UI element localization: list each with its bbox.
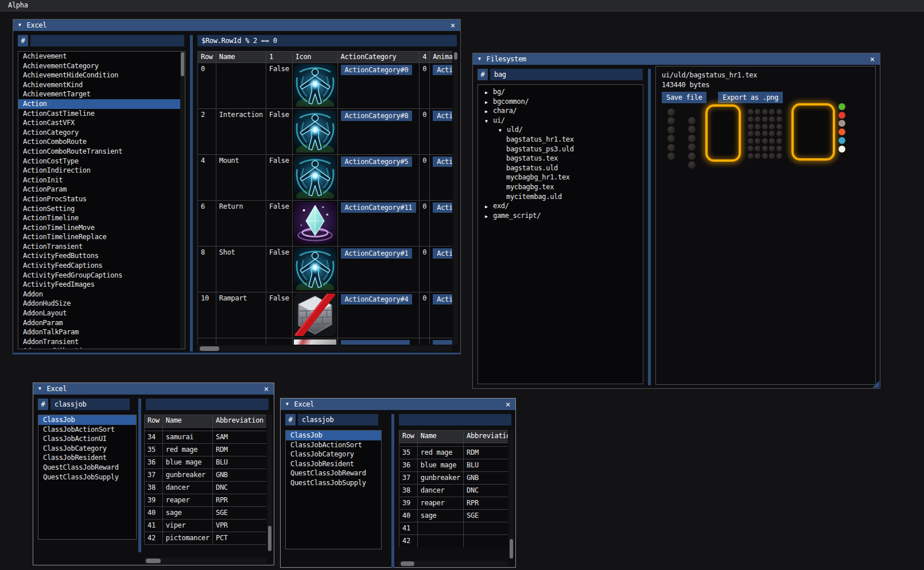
table-horizontal-scrollbar[interactable] — [399, 561, 508, 567]
row-id-toggle-button[interactable]: # — [18, 35, 28, 46]
table-row[interactable]: 34samuraiSAM — [145, 431, 267, 444]
sheet-list-item[interactable]: ClassJob — [286, 431, 381, 440]
sheet-search-input[interactable]: classjob — [298, 414, 378, 425]
sheet-list-item[interactable]: ActionTransient — [18, 242, 185, 252]
path-id-toggle-button[interactable]: # — [477, 69, 488, 80]
pane-splitter[interactable] — [190, 35, 193, 352]
row-filter-input[interactable]: $Row.RowId % 2 == 0 — [197, 35, 457, 46]
table-horizontal-scrollbar[interactable] — [144, 558, 266, 564]
titlebar[interactable]: ▼ Excel × — [33, 383, 274, 395]
close-icon[interactable]: × — [264, 384, 269, 394]
sheet-list-item[interactable]: AddonHudSize — [18, 299, 185, 309]
table-row[interactable]: 36blue mageBLU — [399, 459, 508, 472]
sheet-list-item[interactable]: AddonParam — [18, 318, 185, 328]
animation-link-button[interactable]: Action — [433, 294, 452, 304]
table-row[interactable]: 0FalseActionCategory#00Action — [198, 63, 453, 109]
table-row[interactable]: 35red mageRDM — [399, 447, 508, 459]
table-row[interactable]: 40sageSGE — [145, 507, 267, 520]
sheet-list-item[interactable]: ActionTimelineMove — [18, 223, 185, 233]
sheet-list-item[interactable]: QuestClassJobSupply — [286, 478, 381, 488]
sheet-list-item[interactable]: ClassJobCategory — [286, 450, 381, 459]
tree-file-item[interactable]: bagstatus_hr1.tex — [478, 135, 643, 145]
table-row[interactable]: 39reaperRPR — [399, 497, 508, 510]
sheet-list-item[interactable]: ActivityFeedGroupCaptions — [18, 271, 185, 280]
sheet-list-item[interactable]: AddonLayout — [18, 309, 185, 318]
tree-folder-item[interactable]: ▶exd/ — [478, 201, 643, 211]
titlebar[interactable]: ▼ Excel × — [13, 19, 460, 31]
sheet-list-item[interactable]: ClassJob — [38, 415, 136, 425]
tree-folder-item[interactable]: ▼ui/ — [478, 116, 643, 126]
sheet-list-item[interactable]: ActionSetting — [18, 204, 185, 214]
sheet-list-item[interactable]: AdvancedVibration — [18, 346, 185, 349]
column-header[interactable]: Abbreviation — [212, 415, 266, 428]
column-header[interactable]: Row — [145, 415, 163, 428]
table-row[interactable]: 4MountFalseActionCategory#50Action — [198, 155, 453, 201]
sheet-list-item[interactable]: ClassJobResident — [38, 453, 136, 463]
table-row[interactable]: 40sageSGE — [399, 510, 508, 522]
sheet-list-item[interactable]: ClassJobActionUI — [38, 434, 136, 444]
row-id-toggle-button[interactable]: # — [285, 414, 296, 425]
resize-grip[interactable] — [872, 381, 879, 388]
sheet-list-item[interactable]: ActivityFeedCaptions — [18, 261, 185, 271]
table-row[interactable]: 37gunbreakerGNB — [399, 472, 508, 485]
sheet-list-item[interactable]: ActivityFeedButtons — [18, 251, 185, 261]
tree-file-item[interactable]: mycbagbg.tex — [478, 182, 643, 192]
sheet-list-item[interactable]: AddonTransient — [18, 337, 185, 347]
column-header[interactable]: Name — [162, 415, 212, 428]
table-row[interactable]: 42 — [399, 535, 508, 548]
titlebar[interactable]: ▼ Excel × — [281, 399, 515, 410]
sheet-list-item[interactable]: ClassJobCategory — [38, 444, 136, 454]
action-category-link-button[interactable]: ActionCategory#1 — [341, 248, 413, 259]
sheet-list-item[interactable]: ActionCastVFX — [18, 118, 185, 128]
file-search-input[interactable]: bag — [490, 69, 643, 80]
sheet-list-item[interactable]: ActionProcStatus — [18, 194, 185, 204]
tree-folder-item[interactable]: ▶game_script/ — [478, 211, 643, 221]
table-vertical-scrollbar[interactable] — [453, 51, 458, 345]
export-png-button[interactable]: Export as .png — [718, 92, 783, 103]
chevron-expanded-icon[interactable]: ▼ — [499, 126, 507, 136]
sheet-list-item[interactable]: ActionTimeline — [18, 213, 185, 223]
column-header[interactable]: ActionCategory — [337, 52, 420, 63]
close-icon[interactable]: × — [451, 20, 455, 30]
table-row[interactable]: 2InteractionFalseActionCategory#80Action — [198, 109, 453, 155]
table-row[interactable]: 38dancerDNC — [145, 482, 267, 494]
table-row[interactable]: 37gunbreakerGNB — [145, 469, 267, 482]
sheet-list-item[interactable]: ActionIndirection — [18, 166, 185, 175]
column-header[interactable]: 1 — [266, 52, 292, 63]
table-row[interactable]: 36blue mageBLU — [145, 456, 267, 469]
sheet-list-item[interactable]: ActionCostType — [18, 157, 185, 166]
table-row[interactable]: 39reaperRPR — [145, 494, 267, 507]
tree-folder-item[interactable]: ▼uld/ — [478, 125, 643, 135]
sheet-list-item[interactable]: AchievementKind — [18, 80, 185, 90]
tree-folder-item[interactable]: ▶bgcommon/ — [478, 97, 643, 107]
sheet-list-item[interactable]: QuestClassJobReward — [286, 469, 381, 478]
column-header[interactable]: Name — [417, 431, 463, 443]
sheet-search-input[interactable]: classjob — [51, 399, 130, 410]
sheet-list-item[interactable]: ActionComboRoute — [18, 137, 185, 147]
animation-link-button[interactable] — [433, 340, 452, 345]
sheet-list-item[interactable]: ActionTimelineReplace — [18, 232, 185, 242]
column-header[interactable]: Abbreviation — [464, 431, 508, 443]
table-row[interactable]: 10RampartFalseActionCategory#40Action — [198, 292, 453, 338]
sheet-list-item[interactable]: AchievementTarget — [18, 89, 185, 99]
column-header[interactable]: Name — [216, 52, 266, 63]
action-category-link-button[interactable]: ActionCategory#11 — [341, 202, 417, 213]
titlebar[interactable]: ▼ Filesystem × — [473, 53, 880, 65]
sheet-list-item[interactable]: ActionComboRouteTransient — [18, 147, 185, 157]
tree-file-item[interactable]: bagstatus.uld — [478, 163, 643, 173]
sheet-list-item[interactable]: ActionParam — [18, 185, 185, 194]
sheet-list-item[interactable]: AchievementHideCondition — [18, 71, 185, 80]
table-row[interactable]: 42pictomancerPCT — [145, 532, 267, 545]
chevron-expanded-icon[interactable]: ▼ — [485, 117, 493, 127]
sheet-list-item[interactable]: ActionInit — [18, 175, 185, 185]
collapse-icon[interactable]: ▼ — [478, 53, 481, 65]
animation-link-button[interactable]: Action — [433, 157, 452, 167]
column-header[interactable]: Icon — [292, 52, 337, 63]
table-row[interactable]: 41 — [399, 522, 508, 535]
action-category-link-button[interactable]: ActionCategory#0 — [341, 65, 413, 75]
table-row[interactable]: 38dancerDNC — [399, 485, 508, 497]
column-header[interactable]: Animat — [430, 52, 452, 63]
pane-splitter[interactable] — [391, 414, 394, 568]
sheet-list-item[interactable]: AddonTalkParam — [18, 327, 185, 337]
close-icon[interactable]: × — [870, 54, 875, 64]
